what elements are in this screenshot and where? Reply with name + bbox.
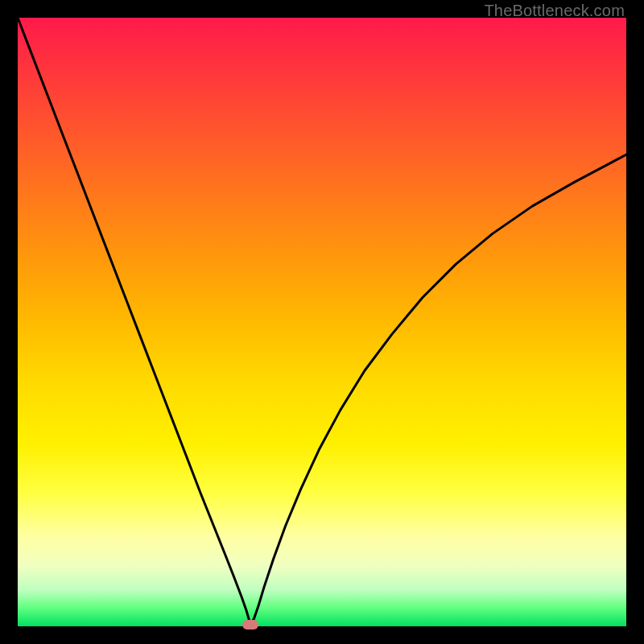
optimum-marker: [242, 620, 258, 630]
curve-svg: [18, 18, 626, 626]
chart-container: TheBottleneck.com: [0, 0, 644, 644]
plot-area: [18, 18, 626, 626]
bottleneck-curve: [18, 18, 626, 625]
